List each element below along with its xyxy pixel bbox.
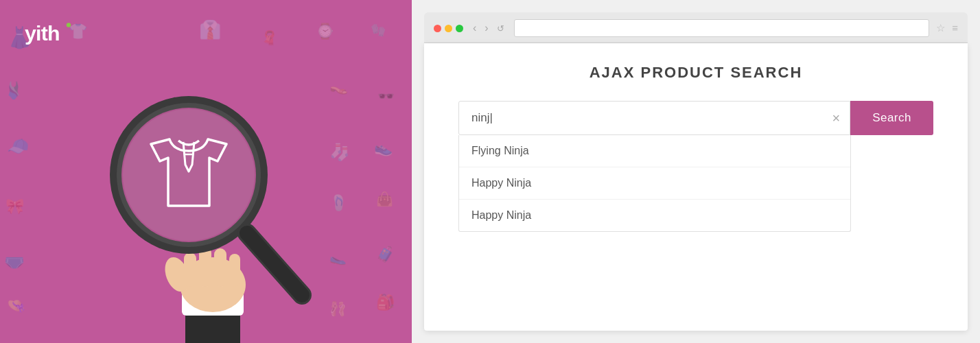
yith-logo: yith [25, 19, 80, 49]
suggestion-item-1[interactable]: Happy Ninja [459, 167, 850, 200]
maximize-window-dot[interactable] [456, 25, 463, 32]
browser-chrome: ‹ › ↺ ☆ ≡ [424, 12, 968, 43]
suggestion-item-2[interactable]: Happy Ninja [459, 200, 850, 231]
back-button[interactable]: ‹ [470, 21, 479, 36]
browser-window-controls [434, 25, 463, 32]
search-button[interactable]: Search [850, 101, 933, 135]
browser-toolbar-icons: ☆ ≡ [936, 22, 958, 34]
svg-rect-6 [184, 252, 196, 287]
menu-icon[interactable]: ≡ [952, 22, 958, 34]
clear-button[interactable]: × [832, 111, 840, 125]
minimize-window-dot[interactable] [445, 25, 452, 32]
close-window-dot[interactable] [434, 25, 441, 32]
left-panel: 👗 👕 👔 🧣 ⌚ 🧤 🩱 👡 🕶️ 🧢 🧦 👟 🎀 🩴 👜 🩲 🥿 🧳 👒 🩰… [0, 0, 412, 343]
svg-point-1 [67, 23, 71, 27]
svg-rect-8 [214, 248, 226, 287]
browser-content: AJAX PRODUCT SEARCH × Search Flying Ninj… [424, 43, 968, 331]
suggestions-dropdown: Flying Ninja Happy Ninja Happy Ninja [458, 135, 851, 232]
bookmark-icon[interactable]: ☆ [936, 22, 945, 34]
svg-point-13 [123, 109, 255, 241]
forward-button[interactable]: › [482, 21, 491, 36]
svg-rect-7 [199, 247, 211, 287]
page-title: AJAX PRODUCT SEARCH [458, 64, 933, 82]
address-bar[interactable] [514, 19, 930, 37]
refresh-button[interactable]: ↺ [494, 22, 507, 35]
right-panel: ‹ › ↺ ☆ ≡ AJAX PRODUCT SEARCH × Search F… [412, 0, 980, 343]
search-row: × Search [458, 101, 933, 135]
magnifier-illustration [55, 55, 343, 343]
browser-nav-buttons: ‹ › ↺ [470, 21, 507, 36]
search-input[interactable] [459, 102, 850, 134]
svg-text:yith: yith [25, 21, 60, 45]
suggestion-item-0[interactable]: Flying Ninja [459, 135, 850, 167]
svg-rect-9 [229, 254, 240, 287]
svg-line-16 [247, 233, 302, 295]
search-input-wrap: × [458, 101, 850, 135]
